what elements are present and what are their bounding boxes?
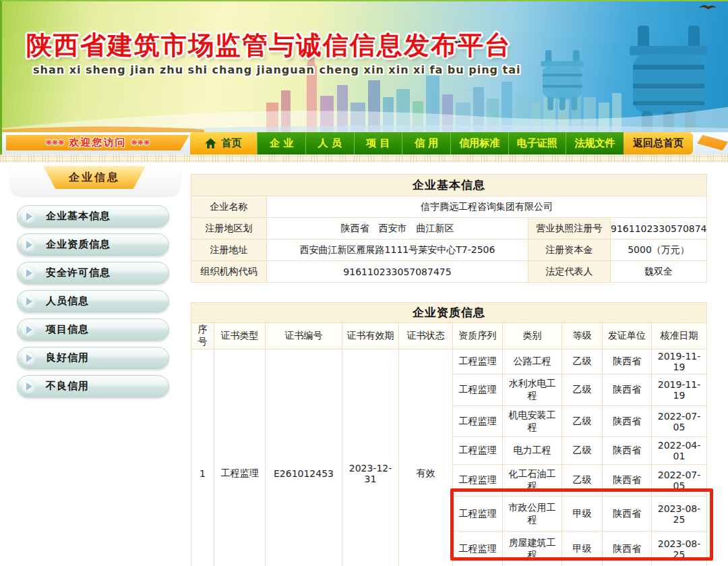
series-cell: 工程监理 xyxy=(453,349,503,374)
arrow-right-icon xyxy=(22,322,36,337)
arrow-right-icon xyxy=(22,237,36,252)
arrow-right-icon xyxy=(22,294,36,308)
legal-rep-label: 法定代表人 xyxy=(528,261,611,283)
sidebar-item-label: 企业资质信息 xyxy=(46,238,111,251)
sidebar-item-basic-info[interactable]: 企业基本信息 xyxy=(17,205,169,227)
nav-tab-label: 电子证照 xyxy=(517,137,557,150)
nav-tab-label: 返回总首页 xyxy=(633,137,684,150)
qualification-row: 1 工程监理 E261012453 2023-12-31 有效 工程监理 公路工… xyxy=(191,349,707,374)
series-cell: 工程监理 xyxy=(453,465,503,497)
cert-type: 工程监理 xyxy=(214,349,266,566)
sidebar-item-bad-credit[interactable]: 不良信用 xyxy=(17,375,169,397)
main-navigation: ❋❋❋ 欢迎您访问 ❋❋❋ 首页 企 业 人 员 项 目 信 用 信用标准 电子… xyxy=(0,132,728,154)
sidebar-item-label: 人员信息 xyxy=(46,295,89,308)
sidebar-item-project-info[interactable]: 项目信息 xyxy=(17,318,169,341)
return-home-button[interactable]: 返回总首页 xyxy=(624,132,694,154)
nav-tab-credit-standard[interactable]: 信用标准 xyxy=(450,132,508,154)
sidebar-tab-panel: 企业信息 xyxy=(9,166,181,196)
region-label: 注册地区划 xyxy=(191,218,267,239)
date-cell: 2022-07-05 xyxy=(652,406,707,437)
nav-tab-label: 企 业 xyxy=(270,137,293,150)
category-cell: 机电安装工程 xyxy=(503,406,562,437)
qualification-table: 企业资质信息 序号 证书类型 证书编号 证书有效期 证书状态 资质序列 类别 等… xyxy=(191,302,707,566)
issuer-cell: 陕西省 xyxy=(603,497,652,532)
sidebar-tab-enterprise-info[interactable]: 企业信息 xyxy=(43,166,146,189)
grade-cell: 甲级 xyxy=(562,497,603,532)
sidebar: 企业信息 企业基本信息 企业资质信息 安全许可信息 人员信息 项目信息 xyxy=(0,163,189,566)
date-cell: 2022-04-01 xyxy=(652,437,707,465)
nav-tab-home[interactable]: 首页 xyxy=(190,132,257,154)
nav-tab-project[interactable]: 项 目 xyxy=(354,132,402,154)
issuer-cell: 陕西省 xyxy=(603,406,652,437)
address-value: 西安曲江新区雁展路1111号莱安中心T7-2506 xyxy=(267,239,528,261)
org-code-value: 916110233057087475 xyxy=(267,261,528,283)
nav-tab-label: 项 目 xyxy=(366,137,390,150)
ornament-left: ❋❋❋ xyxy=(46,138,65,147)
col-header-series: 资质序列 xyxy=(453,323,503,349)
grade-cell: 乙级 xyxy=(562,406,603,437)
arrow-right-icon xyxy=(22,266,36,280)
sidebar-item-label: 良好信用 xyxy=(46,351,89,364)
col-header-cert-number: 证书编号 xyxy=(266,323,342,349)
cert-status: 有效 xyxy=(399,349,453,566)
sidebar-item-label: 不良信用 xyxy=(46,380,89,393)
region-value: 陕西省 西安市 曲江新区 xyxy=(267,218,528,239)
legal-rep-value: 魏双全 xyxy=(611,261,707,283)
welcome-text: 欢迎您访问 xyxy=(69,136,127,149)
page: 陕西省建筑市场监管与诚信信息发布平台 shan xi sheng jian zh… xyxy=(0,0,728,566)
basic-info-table: 企业基本信息 企业名称 信宇腾远工程咨询集团有限公司 注册地区划 陕西省 西安市… xyxy=(191,174,707,283)
welcome-zone: ❋❋❋ 欢迎您访问 ❋❋❋ xyxy=(2,132,190,154)
nav-tab-label: 信 用 xyxy=(415,137,438,150)
grade-cell: 乙级 xyxy=(562,437,603,465)
issuer-cell: 陕西省 xyxy=(603,437,652,465)
decorative-border-strip xyxy=(0,154,728,163)
sidebar-item-good-credit[interactable]: 良好信用 xyxy=(17,347,169,369)
issuer-cell: 陕西省 xyxy=(603,532,652,566)
nav-tab-label: 人 员 xyxy=(318,137,342,150)
category-cell: 电力工程 xyxy=(503,437,562,465)
date-cell: 2019-11-19 xyxy=(652,349,707,374)
nav-tab-credit[interactable]: 信 用 xyxy=(402,132,450,154)
series-cell: 工程监理 xyxy=(453,532,503,566)
col-header-valid-until: 证书有效期 xyxy=(342,323,399,349)
nav-tab-enterprise[interactable]: 企 业 xyxy=(257,132,305,154)
col-header-index: 序号 xyxy=(191,323,214,349)
capital-value: 5000（万元） xyxy=(611,239,707,261)
date-cell: 2022-07-05 xyxy=(652,465,707,497)
company-name-value: 信宇腾远工程咨询集团有限公司 xyxy=(267,196,707,218)
col-header-issuer: 发证单位 xyxy=(603,323,652,349)
col-header-cert-type: 证书类型 xyxy=(214,323,266,349)
sidebar-item-qualification-info[interactable]: 企业资质信息 xyxy=(17,233,169,256)
sidebar-item-safety-license[interactable]: 安全许可信息 xyxy=(17,262,169,284)
issuer-cell: 陕西省 xyxy=(603,374,652,406)
nav-tab-label: 信用标准 xyxy=(459,137,499,150)
nav-tab-label: 法规文件 xyxy=(574,137,615,150)
col-header-status: 证书状态 xyxy=(399,323,453,349)
address-label: 注册地址 xyxy=(191,239,267,261)
col-header-category: 类别 xyxy=(503,323,562,349)
date-cell: 2023-08-25 xyxy=(652,497,707,532)
sidebar-item-label: 企业基本信息 xyxy=(46,210,111,223)
col-header-grade: 等级 xyxy=(562,323,603,349)
banner: 陕西省建筑市场监管与诚信信息发布平台 shan xi sheng jian zh… xyxy=(0,0,728,132)
cert-number: E261012453 xyxy=(266,349,342,566)
cert-valid-until: 2023-12-31 xyxy=(342,349,399,566)
license-no-value: 916110233057087475 xyxy=(611,218,707,239)
home-icon xyxy=(205,138,216,148)
grade-cell: 甲级 xyxy=(562,532,603,566)
nav-tab-personnel[interactable]: 人 员 xyxy=(305,132,354,154)
sidebar-item-personnel-info[interactable]: 人员信息 xyxy=(17,290,169,312)
series-cell: 工程监理 xyxy=(453,497,503,532)
org-code-label: 组织机构代码 xyxy=(191,261,267,283)
date-cell: 2023-08-25 xyxy=(652,532,707,566)
ornament-right: ❋❋❋ xyxy=(131,138,150,147)
cert-index: 1 xyxy=(191,349,214,566)
nav-tab-e-certificate[interactable]: 电子证照 xyxy=(508,132,566,154)
category-cell: 市政公用工程 xyxy=(503,497,562,532)
nav-tab-label: 首页 xyxy=(221,137,241,150)
category-cell: 公路工程 xyxy=(503,349,562,374)
category-cell: 水利水电工程 xyxy=(503,374,562,406)
license-no-label: 营业执照注册号 xyxy=(528,218,611,239)
nav-tab-regulations[interactable]: 法规文件 xyxy=(566,132,624,154)
qualification-title: 企业资质信息 xyxy=(191,303,707,323)
